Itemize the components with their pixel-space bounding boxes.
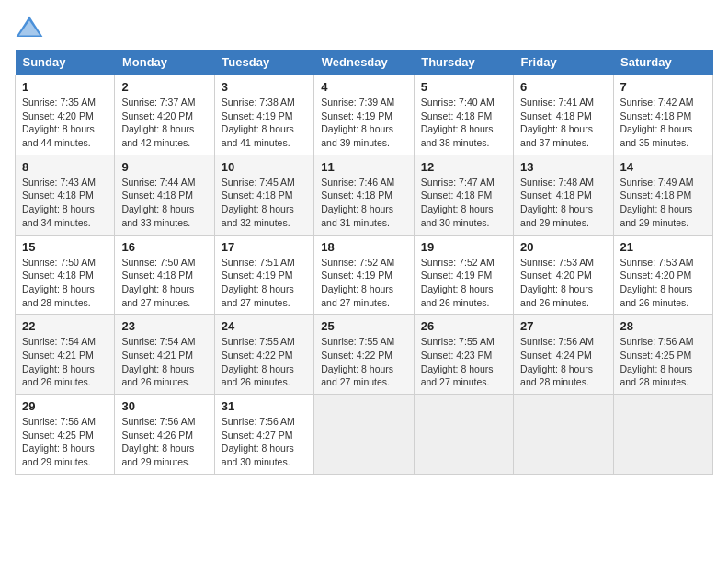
day-detail: Sunrise: 7:47 AM Sunset: 4:18 PM Dayligh… [421, 176, 506, 230]
calendar-cell [414, 395, 513, 475]
day-number: 10 [222, 160, 307, 174]
calendar-cell: 30 Sunrise: 7:56 AM Sunset: 4:26 PM Dayl… [115, 395, 214, 475]
calendar-cell [613, 395, 712, 475]
calendar-week-2: 8 Sunrise: 7:43 AM Sunset: 4:18 PM Dayli… [16, 155, 713, 235]
calendar-cell: 6 Sunrise: 7:41 AM Sunset: 4:18 PM Dayli… [514, 75, 613, 155]
calendar-cell: 25 Sunrise: 7:55 AM Sunset: 4:22 PM Dayl… [314, 315, 414, 395]
day-detail: Sunrise: 7:38 AM Sunset: 4:19 PM Dayligh… [222, 96, 307, 150]
day-number: 25 [321, 319, 406, 333]
day-number: 7 [620, 80, 706, 94]
calendar-cell: 26 Sunrise: 7:55 AM Sunset: 4:23 PM Dayl… [414, 315, 513, 395]
day-number: 19 [421, 240, 506, 254]
calendar-cell: 15 Sunrise: 7:50 AM Sunset: 4:18 PM Dayl… [16, 235, 115, 315]
calendar-cell: 13 Sunrise: 7:48 AM Sunset: 4:18 PM Dayl… [514, 155, 613, 235]
weekday-header-saturday: Saturday [613, 50, 712, 75]
day-number: 16 [121, 240, 207, 254]
calendar-cell: 12 Sunrise: 7:47 AM Sunset: 4:18 PM Dayl… [414, 155, 513, 235]
day-number: 9 [121, 160, 207, 174]
calendar-cell: 5 Sunrise: 7:40 AM Sunset: 4:18 PM Dayli… [414, 75, 513, 155]
day-number: 29 [22, 399, 108, 413]
calendar-cell: 28 Sunrise: 7:56 AM Sunset: 4:25 PM Dayl… [613, 315, 712, 395]
day-detail: Sunrise: 7:44 AM Sunset: 4:18 PM Dayligh… [121, 176, 207, 230]
day-detail: Sunrise: 7:41 AM Sunset: 4:18 PM Dayligh… [520, 96, 606, 150]
day-detail: Sunrise: 7:50 AM Sunset: 4:18 PM Dayligh… [121, 256, 207, 310]
day-number: 2 [121, 80, 207, 94]
day-number: 30 [121, 399, 207, 413]
calendar-cell: 2 Sunrise: 7:37 AM Sunset: 4:20 PM Dayli… [115, 75, 214, 155]
calendar-cell: 20 Sunrise: 7:53 AM Sunset: 4:20 PM Dayl… [514, 235, 613, 315]
day-number: 31 [222, 399, 307, 413]
calendar-cell [314, 395, 414, 475]
day-detail: Sunrise: 7:40 AM Sunset: 4:18 PM Dayligh… [421, 96, 506, 150]
weekday-header-sunday: Sunday [16, 50, 115, 75]
day-detail: Sunrise: 7:50 AM Sunset: 4:18 PM Dayligh… [22, 256, 108, 310]
calendar-cell: 11 Sunrise: 7:46 AM Sunset: 4:18 PM Dayl… [314, 155, 414, 235]
day-number: 12 [421, 160, 506, 174]
day-detail: Sunrise: 7:35 AM Sunset: 4:20 PM Dayligh… [22, 96, 108, 150]
day-detail: Sunrise: 7:52 AM Sunset: 4:19 PM Dayligh… [321, 256, 406, 310]
header [15, 15, 713, 40]
calendar-cell: 21 Sunrise: 7:53 AM Sunset: 4:20 PM Dayl… [613, 235, 712, 315]
day-detail: Sunrise: 7:52 AM Sunset: 4:19 PM Dayligh… [421, 256, 506, 310]
day-detail: Sunrise: 7:56 AM Sunset: 4:25 PM Dayligh… [22, 415, 108, 469]
day-detail: Sunrise: 7:43 AM Sunset: 4:18 PM Dayligh… [22, 176, 108, 230]
day-detail: Sunrise: 7:51 AM Sunset: 4:19 PM Dayligh… [222, 256, 307, 310]
calendar-cell: 7 Sunrise: 7:42 AM Sunset: 4:18 PM Dayli… [613, 75, 712, 155]
day-detail: Sunrise: 7:56 AM Sunset: 4:26 PM Dayligh… [121, 415, 207, 469]
day-detail: Sunrise: 7:53 AM Sunset: 4:20 PM Dayligh… [620, 256, 706, 310]
day-number: 24 [222, 319, 307, 333]
weekday-header-friday: Friday [514, 50, 613, 75]
day-number: 5 [421, 80, 506, 94]
day-number: 1 [22, 80, 108, 94]
weekday-header-monday: Monday [115, 50, 214, 75]
calendar-cell: 8 Sunrise: 7:43 AM Sunset: 4:18 PM Dayli… [16, 155, 115, 235]
weekday-header-tuesday: Tuesday [214, 50, 313, 75]
day-detail: Sunrise: 7:55 AM Sunset: 4:22 PM Dayligh… [321, 335, 406, 389]
day-detail: Sunrise: 7:37 AM Sunset: 4:20 PM Dayligh… [121, 96, 207, 150]
day-number: 21 [620, 240, 706, 254]
day-number: 4 [321, 80, 406, 94]
day-number: 28 [620, 319, 706, 333]
day-detail: Sunrise: 7:55 AM Sunset: 4:22 PM Dayligh… [222, 335, 307, 389]
day-detail: Sunrise: 7:46 AM Sunset: 4:18 PM Dayligh… [321, 176, 406, 230]
day-detail: Sunrise: 7:48 AM Sunset: 4:18 PM Dayligh… [520, 176, 606, 230]
calendar-cell: 4 Sunrise: 7:39 AM Sunset: 4:19 PM Dayli… [314, 75, 414, 155]
calendar-cell: 3 Sunrise: 7:38 AM Sunset: 4:19 PM Dayli… [214, 75, 313, 155]
calendar-cell: 10 Sunrise: 7:45 AM Sunset: 4:18 PM Dayl… [214, 155, 313, 235]
day-number: 3 [222, 80, 307, 94]
day-detail: Sunrise: 7:56 AM Sunset: 4:25 PM Dayligh… [620, 335, 706, 389]
calendar-cell: 23 Sunrise: 7:54 AM Sunset: 4:21 PM Dayl… [115, 315, 214, 395]
day-number: 14 [620, 160, 706, 174]
calendar-cell [514, 395, 613, 475]
calendar-cell: 29 Sunrise: 7:56 AM Sunset: 4:25 PM Dayl… [16, 395, 115, 475]
weekday-header-wednesday: Wednesday [314, 50, 414, 75]
calendar-week-1: 1 Sunrise: 7:35 AM Sunset: 4:20 PM Dayli… [16, 75, 713, 155]
day-detail: Sunrise: 7:53 AM Sunset: 4:20 PM Dayligh… [520, 256, 606, 310]
calendar-cell: 1 Sunrise: 7:35 AM Sunset: 4:20 PM Dayli… [16, 75, 115, 155]
day-number: 17 [222, 240, 307, 254]
day-number: 26 [421, 319, 506, 333]
calendar-cell: 14 Sunrise: 7:49 AM Sunset: 4:18 PM Dayl… [613, 155, 712, 235]
day-number: 6 [520, 80, 606, 94]
calendar-cell: 17 Sunrise: 7:51 AM Sunset: 4:19 PM Dayl… [214, 235, 313, 315]
calendar-week-5: 29 Sunrise: 7:56 AM Sunset: 4:25 PM Dayl… [16, 395, 713, 475]
day-detail: Sunrise: 7:42 AM Sunset: 4:18 PM Dayligh… [620, 96, 706, 150]
calendar-cell: 22 Sunrise: 7:54 AM Sunset: 4:21 PM Dayl… [16, 315, 115, 395]
calendar-cell: 9 Sunrise: 7:44 AM Sunset: 4:18 PM Dayli… [115, 155, 214, 235]
calendar-cell: 19 Sunrise: 7:52 AM Sunset: 4:19 PM Dayl… [414, 235, 513, 315]
calendar-cell: 18 Sunrise: 7:52 AM Sunset: 4:19 PM Dayl… [314, 235, 414, 315]
day-detail: Sunrise: 7:39 AM Sunset: 4:19 PM Dayligh… [321, 96, 406, 150]
day-detail: Sunrise: 7:45 AM Sunset: 4:18 PM Dayligh… [222, 176, 307, 230]
calendar-cell: 16 Sunrise: 7:50 AM Sunset: 4:18 PM Dayl… [115, 235, 214, 315]
weekday-header-thursday: Thursday [414, 50, 513, 75]
logo [15, 15, 48, 40]
day-number: 11 [321, 160, 406, 174]
day-detail: Sunrise: 7:54 AM Sunset: 4:21 PM Dayligh… [121, 335, 207, 389]
day-number: 22 [22, 319, 108, 333]
day-number: 15 [22, 240, 108, 254]
logo-icon [15, 15, 44, 40]
day-number: 8 [22, 160, 108, 174]
day-detail: Sunrise: 7:56 AM Sunset: 4:24 PM Dayligh… [520, 335, 606, 389]
day-number: 20 [520, 240, 606, 254]
calendar-cell: 31 Sunrise: 7:56 AM Sunset: 4:27 PM Dayl… [214, 395, 313, 475]
